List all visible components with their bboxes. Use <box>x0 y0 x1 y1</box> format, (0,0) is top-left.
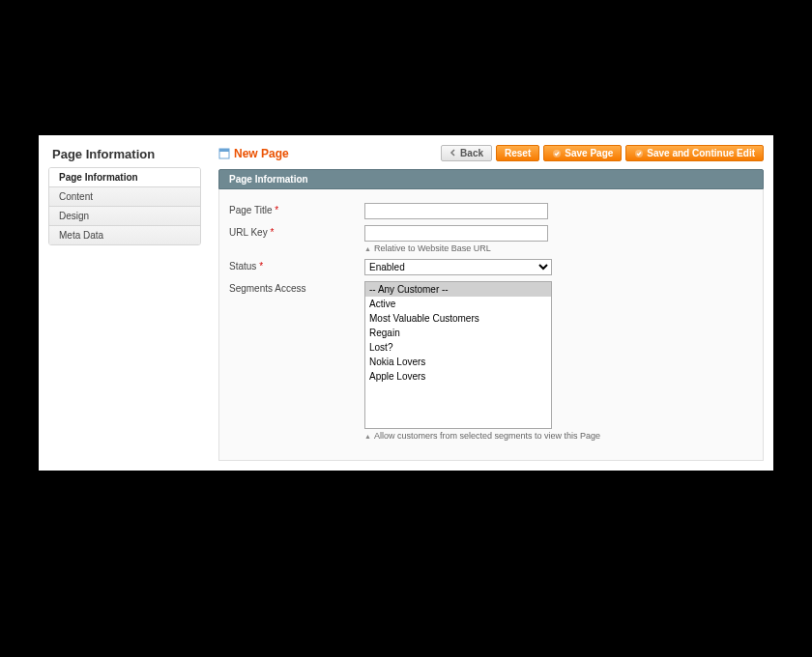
svg-rect-1 <box>219 149 229 152</box>
label-status-text: Status <box>229 261 256 271</box>
back-button-label: Back <box>460 148 483 158</box>
field-status: Enabled <box>364 259 753 275</box>
back-arrow-icon <box>450 148 457 158</box>
segments-hint-text: Allow customers from selected segments t… <box>374 431 600 441</box>
sidebar-item-content[interactable]: Content <box>49 187 200 207</box>
section-header: Page Information <box>218 169 764 189</box>
required-asterisk: * <box>259 261 263 271</box>
main-content: New Page Back Reset <box>201 145 764 461</box>
page-title: New Page <box>234 147 289 160</box>
page-icon <box>218 148 230 159</box>
sidebar-item-meta-data[interactable]: Meta Data <box>49 226 200 244</box>
label-page-title-text: Page Title <box>229 205 272 215</box>
label-page-title: Page Title * <box>229 203 364 215</box>
segment-option-apple[interactable]: Apple Lovers <box>365 369 551 384</box>
row-page-title: Page Title * <box>229 203 753 219</box>
reset-button[interactable]: Reset <box>496 145 539 161</box>
save-button-label: Save Page <box>565 148 613 158</box>
label-segments-text: Segments Access <box>229 283 305 294</box>
status-select[interactable]: Enabled <box>364 259 552 275</box>
label-url-key-text: URL Key <box>229 227 268 238</box>
multiselect-empty-space <box>365 384 551 428</box>
sidebar-tabs: Page Information Content Design Meta Dat… <box>48 167 201 245</box>
field-page-title <box>364 203 753 219</box>
check-icon <box>552 149 562 158</box>
required-asterisk: * <box>270 227 274 238</box>
sidebar-item-design[interactable]: Design <box>49 207 200 226</box>
check-icon <box>634 149 644 158</box>
label-status: Status * <box>229 259 364 271</box>
field-url-key: ▲ Relative to Website Base URL <box>364 225 753 253</box>
sidebar: Page Information Page Information Conten… <box>48 145 201 461</box>
button-bar: Back Reset Save Page <box>441 145 764 161</box>
label-segments: Segments Access <box>229 281 364 294</box>
save-button[interactable]: Save Page <box>543 145 622 161</box>
back-button[interactable]: Back <box>441 145 492 161</box>
form-area: Page Title * URL Key * ▲ <box>218 189 764 461</box>
app-container: Page Information Page Information Conten… <box>39 135 773 471</box>
save-continue-button-label: Save and Continue Edit <box>647 148 755 158</box>
required-asterisk: * <box>275 205 278 215</box>
url-key-hint-text: Relative to Website Base URL <box>374 243 491 253</box>
segment-option-any[interactable]: -- Any Customer -- <box>365 282 551 297</box>
page-header: New Page Back Reset <box>218 145 764 169</box>
row-status: Status * Enabled <box>229 259 753 275</box>
reset-button-label: Reset <box>505 148 531 158</box>
segment-option-active[interactable]: Active <box>365 297 551 311</box>
segment-option-nokia[interactable]: Nokia Lovers <box>365 355 551 369</box>
letterbox: Page Information Page Information Conten… <box>0 0 812 606</box>
segment-option-lost[interactable]: Lost? <box>365 340 551 355</box>
save-continue-button[interactable]: Save and Continue Edit <box>625 145 764 161</box>
page-title-wrap: New Page <box>218 147 289 160</box>
row-url-key: URL Key * ▲ Relative to Website Base URL <box>229 225 753 253</box>
row-segments: Segments Access -- Any Customer -- Activ… <box>229 281 753 441</box>
segments-multiselect[interactable]: -- Any Customer -- Active Most Valuable … <box>364 281 552 429</box>
sidebar-title: Page Information <box>48 145 201 167</box>
segments-hint: ▲ Allow customers from selected segments… <box>364 431 753 441</box>
segment-option-mvc[interactable]: Most Valuable Customers <box>365 311 551 326</box>
sidebar-item-page-information[interactable]: Page Information <box>49 168 200 187</box>
label-url-key: URL Key * <box>229 225 364 238</box>
url-key-hint: ▲ Relative to Website Base URL <box>364 243 753 253</box>
segment-option-regain[interactable]: Regain <box>365 326 551 340</box>
url-key-input[interactable] <box>364 225 548 242</box>
page-title-input[interactable] <box>364 203 548 219</box>
triangle-up-icon: ▲ <box>364 245 371 252</box>
triangle-up-icon: ▲ <box>364 433 371 440</box>
field-segments: -- Any Customer -- Active Most Valuable … <box>364 281 753 441</box>
